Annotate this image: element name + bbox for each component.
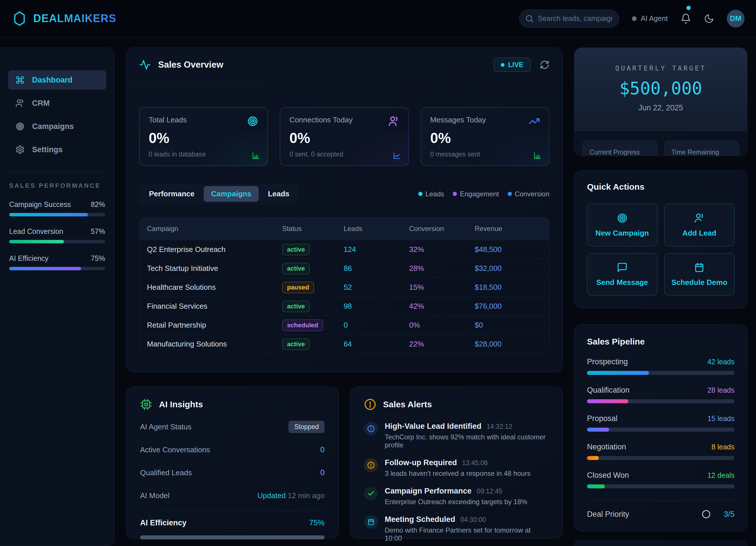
ai-agent-label: AI Agent <box>641 14 668 23</box>
col-leads: Leads <box>336 225 402 233</box>
sidebar-item-campaigns[interactable]: Campaigns <box>8 117 106 136</box>
sidebar-item-dashboard[interactable]: Dashboard <box>8 70 106 90</box>
circle-icon[interactable] <box>701 509 711 519</box>
status-badge: scheduled <box>282 320 323 331</box>
progress-track <box>587 371 735 375</box>
alert-time: 09:12:45 <box>477 488 502 495</box>
sidebar-item-settings[interactable]: Settings <box>8 140 106 159</box>
stat-value: 0% <box>430 130 540 146</box>
alert-item[interactable]: Meeting Scheduled 04:30:00 Demo with Fin… <box>364 515 549 542</box>
bar-chart-icon <box>533 151 542 160</box>
top-bar: DEALMAIKERS AI Agent DM <box>0 0 756 37</box>
avatar[interactable]: DM <box>727 10 745 27</box>
conversations-label: Active Conversations <box>140 445 210 454</box>
pipeline-stage-negotiation: Negotiation 8 leads <box>587 443 735 460</box>
efficiency-bar <box>140 535 325 539</box>
metric-value: 57% <box>91 227 105 235</box>
sales-performance-heading: SALES PERFORMANCE <box>8 182 106 189</box>
legend-dot <box>418 192 423 196</box>
alert-item[interactable]: High-Value Lead Identified 14:32:12 Tech… <box>364 422 549 449</box>
calendar-icon <box>364 515 378 529</box>
progress-fill <box>587 428 609 432</box>
send-message-button[interactable]: Send Message <box>587 253 657 296</box>
progress-fill <box>587 371 649 375</box>
stat-title: Messages Today <box>430 115 486 124</box>
stat-subtitle: 0 messages sent <box>430 150 540 158</box>
alert-item[interactable]: Campaign Performance 09:12:45 Enterprise… <box>364 487 549 506</box>
search-icon <box>525 14 534 23</box>
deal-priority-row: Deal Priority 3/5 <box>587 509 735 519</box>
table-row[interactable]: Tech Startup Initiative active 86 28% $3… <box>140 259 549 278</box>
quick-actions-title: Quick Actions <box>587 182 735 192</box>
ai-agent-status: AI Agent <box>632 14 668 23</box>
sales-alerts-card: Sales Alerts High-Value Lead Identified <box>350 387 563 539</box>
alert-desc: TechCorp Inc. shows 92% match with ideal… <box>385 433 549 449</box>
brand: DEALMAIKERS <box>11 11 116 27</box>
ai-insights-card: AI Insights AI Agent Status Stopped Acti… <box>126 387 339 539</box>
alert-item[interactable]: Follow-up Required 13:45:06 3 leads have… <box>364 458 549 478</box>
alert-title: Campaign Performance <box>385 487 472 496</box>
col-status: Status <box>275 225 336 233</box>
conversations-value: 0 <box>320 445 325 454</box>
page-title: Sales Overview <box>158 60 223 70</box>
target-icon <box>247 115 258 127</box>
divider <box>140 511 325 511</box>
refresh-button[interactable] <box>540 60 549 70</box>
stat-subtitle: 0 leads in database <box>149 150 258 158</box>
tab-campaigns[interactable]: Campaigns <box>204 186 259 202</box>
command-icon <box>15 75 25 84</box>
table-row[interactable]: Manufacturing Solutions active 64 22% $2… <box>140 335 549 354</box>
check-icon <box>364 487 378 500</box>
col-campaign: Campaign <box>140 225 275 233</box>
alert-circle-icon <box>364 398 376 411</box>
efficiency-value: 75% <box>309 519 325 527</box>
search-input[interactable] <box>519 9 619 28</box>
alert-desc: Enterprise Outreach exceeding targets by… <box>385 498 527 506</box>
time-remaining-label: Time Remaining <box>671 148 732 156</box>
live-badge[interactable]: LIVE <box>494 58 531 72</box>
table-row[interactable]: Financial Services active 98 42% $76,000 <box>140 297 549 316</box>
table-row[interactable]: Healthcare Solutions paused 52 15% $18,5… <box>140 278 549 297</box>
next-card-edge <box>574 541 747 546</box>
progress-fill <box>9 267 81 270</box>
line-chart-icon <box>392 151 401 160</box>
efficiency-label: AI Efficiency <box>140 519 186 527</box>
notifications-button[interactable] <box>680 13 691 24</box>
alert-title: High-Value Lead Identified <box>385 422 482 431</box>
col-revenue: Revenue <box>467 225 549 233</box>
sidebar-item-label: Dashboard <box>32 76 72 84</box>
add-lead-button[interactable]: Add Lead <box>664 204 735 246</box>
current-progress-label: Current Progress <box>590 148 650 156</box>
metric-value: 75% <box>91 254 105 262</box>
sidebar-item-crm[interactable]: CRM <box>8 93 106 113</box>
qualified-leads-value: 0 <box>320 468 325 477</box>
notification-dot <box>686 6 691 10</box>
brand-name: DEALMAIKERS <box>33 12 116 25</box>
progress-track <box>9 213 105 216</box>
table-row[interactable]: Q2 Enterprise Outreach active 124 32% $4… <box>140 240 549 259</box>
sidebar-divider <box>8 171 106 172</box>
sidebar: Dashboard CRM Campaigns Settings <box>0 48 115 546</box>
agent-status-badge: Stopped <box>288 421 325 433</box>
users-icon <box>388 115 399 127</box>
theme-toggle-button[interactable] <box>704 13 714 24</box>
status-badge: active <box>282 263 310 274</box>
schedule-demo-button[interactable]: Schedule Demo <box>664 253 735 296</box>
tab-leads[interactable]: Leads <box>260 186 297 202</box>
time-remaining-box: Time Remaining 42 days <box>664 141 739 156</box>
alert-desc: Demo with Finance Partners set for tomor… <box>385 526 549 542</box>
activity-icon <box>139 59 151 70</box>
metric-label: Campaign Success <box>9 200 71 209</box>
table-row[interactable]: Retail Partnership scheduled 0 0% $0 <box>140 316 549 335</box>
alert-time: 13:45:06 <box>462 459 488 467</box>
calendar-icon <box>694 262 705 273</box>
chart-legend: Leads Engagement Conversion <box>418 190 549 198</box>
legend-engagement: Engagement <box>453 190 499 198</box>
users-icon <box>15 99 25 108</box>
progress-track <box>587 399 735 403</box>
deal-priority-label: Deal Priority <box>587 510 629 519</box>
new-campaign-button[interactable]: New Campaign <box>587 204 657 246</box>
sales-alerts-title: Sales Alerts <box>383 400 432 409</box>
tab-performance[interactable]: Performance <box>142 186 202 202</box>
ai-model-label: AI Model <box>140 491 170 500</box>
